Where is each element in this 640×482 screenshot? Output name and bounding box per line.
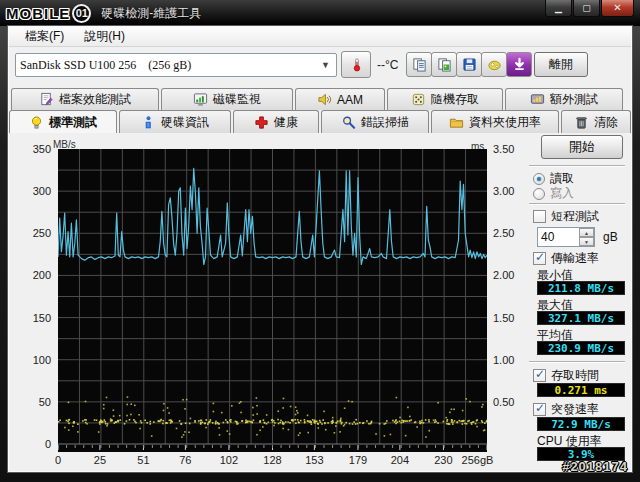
y-left-tick: 250 [25,227,51,239]
burst-rate-check-control[interactable] [533,403,546,416]
stepper-up-button[interactable]: ▲ [579,228,594,237]
transfer-rate-check-control[interactable] [533,252,546,265]
access-time-checkbox[interactable]: 存取時間 [533,367,599,384]
copy-text-button[interactable] [406,52,432,77]
y-left-tick: 100 [25,354,51,366]
maximize-button[interactable]: ▢ [573,0,600,17]
disk-monitor-icon [193,92,208,107]
file-benchmark-icon [39,92,54,107]
temperature-button[interactable] [341,51,371,78]
y-left-tick: 0 [25,438,51,450]
write-label: 寫入 [550,185,574,202]
capacity-value[interactable]: 40 [538,228,579,246]
burst-rate-value: 72.9 MB/s [537,417,625,431]
drive-select-value: SanDisk SSD U100 256 (256 gB) [20,58,321,73]
start-button[interactable]: 開始 [541,135,623,159]
extra-tests-icon [530,92,545,107]
stepper-down-button[interactable]: ▼ [579,237,594,246]
y-left-tick: 150 [25,312,51,324]
folder-icon [449,115,464,130]
tab-label: 檔案效能測試 [59,91,131,108]
tab-disk-monitor[interactable]: 磁碟監視 [161,88,293,110]
download-arrow-icon [512,57,527,72]
x-tick: 76 [179,454,191,466]
tab-folder-usage[interactable]: 資料夾使用率 [431,110,559,133]
copy-text-icon [412,57,427,72]
short-test-checkbox[interactable]: 短程測試 [533,208,599,225]
tab-file-benchmark[interactable]: 檔案效能測試 [11,88,159,110]
copy-image-button[interactable] [431,52,457,77]
access-time-value: 0.271 ms [537,383,625,397]
x-tick: 102 [220,454,238,466]
y-right-tick: 2.00 [493,269,514,281]
temperature-value: --°C [377,58,398,72]
close-button[interactable]: ✕ [601,0,634,17]
drive-select[interactable]: SanDisk SSD U100 256 (256 gB) ▼ [15,53,337,77]
transfer-rate-checkbox[interactable]: 傳輸速率 [533,250,599,267]
exit-button[interactable]: 離開 [534,52,588,77]
y-right-tick: 3.00 [493,185,514,197]
y-right-tick: 0.50 [493,396,514,408]
magnifier-icon [341,115,356,130]
y-left-tick: 300 [25,185,51,197]
tab-erase[interactable]: 清除 [561,110,631,133]
tab-random-access[interactable]: 隨機存取 [387,88,503,110]
tab-standard-test[interactable]: 標準測試 [9,110,117,133]
short-test-check-control[interactable] [533,210,546,223]
burst-rate-checkbox[interactable]: 突發速率 [533,401,599,418]
access-time-check-control[interactable] [533,369,546,382]
tab-label: 標準測試 [49,114,97,131]
speaker-icon [317,92,332,107]
title-bar[interactable]: MOBILE 01 硬碟檢測-維護工具 ▁ ▢ ✕ [0,0,640,26]
save-button[interactable] [456,52,482,77]
y-right-tick: 1.50 [493,312,514,324]
y-left-tick: 200 [25,269,51,281]
health-cross-icon [254,115,269,130]
client-area: 檔案(F) 說明(H) SanDisk SSD U100 256 (256 gB… [8,26,632,472]
x-tick: 128 [263,454,281,466]
trash-icon [574,115,589,130]
start-label: 開始 [569,138,595,156]
radio-read-control[interactable] [533,173,545,185]
tab-label: 資料夾使用率 [469,114,541,131]
min-value: 211.8 MB/s [537,281,625,295]
x-tick: 153 [305,454,323,466]
menu-file[interactable]: 檔案(F) [17,27,72,46]
x-tick: 179 [349,454,367,466]
separator [529,203,625,205]
separator [529,165,625,167]
tab-label: 隨機存取 [431,91,479,108]
tab-aam[interactable]: AAM [295,88,385,110]
radio-write-control[interactable] [533,188,545,200]
mobile01-logo: MOBILE 01 [6,4,91,23]
tab-error-scan[interactable]: 錯誤掃描 [321,110,429,133]
avg-value: 230.9 MB/s [537,341,625,355]
x-tick: 204 [391,454,409,466]
y-right-tick: 3.50 [493,143,514,155]
x-tick: 0 [55,454,61,466]
max-value: 327.1 MB/s [537,311,625,325]
tab-row-primary: 標準測試 硬碟資訊 健康 錯 [9,110,629,133]
y-right-tick: 1.00 [493,354,514,366]
tab-health[interactable]: 健康 [233,110,319,133]
dice-icon [411,92,426,107]
minimize-button[interactable]: ▁ [545,0,572,17]
download-button[interactable] [506,52,532,77]
snapshot-icon [487,57,502,72]
short-test-label: 短程測試 [551,208,599,225]
write-radio[interactable]: 寫入 [533,185,574,202]
burst-rate-label: 突發速率 [551,401,599,418]
tab-disk-info[interactable]: 硬碟資訊 [119,110,231,133]
bulb-icon [29,115,44,130]
tab-extra-tests[interactable]: 額外測試 [505,88,623,110]
access-time-label: 存取時間 [551,367,599,384]
x-tick: 51 [137,454,149,466]
y-left-tick: 350 [25,143,51,155]
tab-label: 額外測試 [550,91,598,108]
capacity-stepper[interactable]: 40 ▲ ▼ gB [537,227,618,247]
snapshot-button[interactable] [481,52,507,77]
y-left-tick: 50 [25,396,51,408]
menu-help[interactable]: 說明(H) [76,27,133,46]
window-title: 硬碟檢測-維護工具 [101,5,201,22]
copy-image-icon [437,57,452,72]
